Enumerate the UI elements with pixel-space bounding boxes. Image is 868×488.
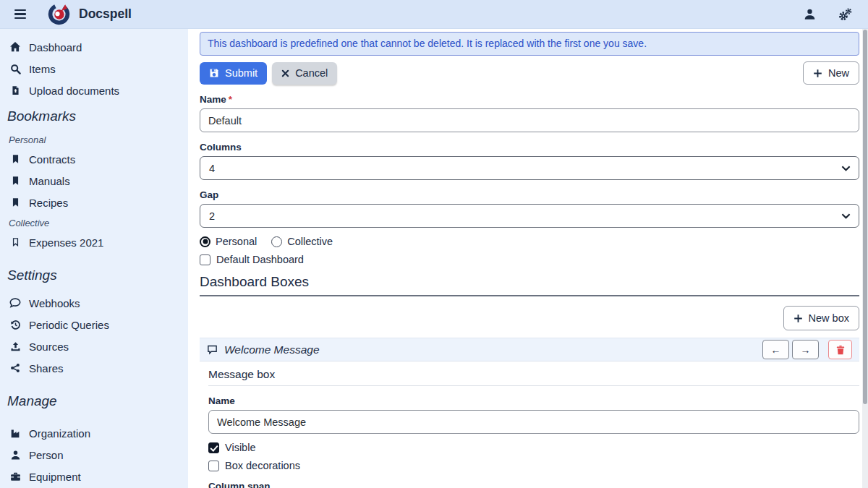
move-box-left-button[interactable]: ← (762, 340, 789, 359)
sidebar-item-webhooks[interactable]: Webhooks (0, 292, 188, 314)
trash-icon (836, 345, 845, 355)
home-icon (9, 41, 22, 53)
sidebar-item-label: Recipes (29, 197, 68, 209)
sidebar-item-upload-documents[interactable]: Upload documents (0, 80, 188, 101)
top-navbar: Docspell (0, 0, 868, 29)
box-name-input[interactable] (208, 410, 859, 434)
chevron-down-icon (841, 165, 851, 171)
box-body: Message box Name Visible Box decorations… (200, 368, 859, 488)
predefined-dashboard-alert: This dashboard is predefined one that ca… (200, 32, 859, 56)
delete-box-button[interactable] (828, 340, 852, 359)
scope-radio-group: Personal Collective (200, 236, 859, 247)
sidebar-item-person[interactable]: Person (0, 444, 188, 466)
gap-label: Gap (200, 189, 859, 200)
submit-button[interactable]: Submit (200, 62, 267, 85)
plus-icon (813, 69, 822, 78)
radio-icon (200, 236, 210, 247)
comment-icon (9, 297, 22, 309)
person-icon (9, 450, 22, 461)
visible-checkbox-row[interactable]: Visible (208, 442, 859, 453)
sidebar-item-label: Sources (29, 341, 69, 353)
cancel-button[interactable]: Cancel (272, 62, 337, 85)
new-dashboard-button[interactable]: New (803, 61, 859, 85)
bookmark-icon (9, 176, 22, 186)
box-title: Welcome Message (224, 343, 320, 356)
bookmarks-heading: Bookmarks (0, 101, 188, 130)
gap-select[interactable]: 2 (200, 204, 859, 228)
file-upload-icon (9, 85, 22, 95)
box-name-label: Name (208, 395, 859, 406)
sidebar: Dasbhoard Items Upload documents Bookmar… (0, 29, 188, 488)
chevron-down-icon (841, 213, 851, 219)
bookmarks-group-collective: Collective (0, 213, 188, 231)
upload-icon (9, 341, 22, 352)
move-box-right-button[interactable]: → (792, 340, 819, 359)
radio-collective[interactable]: Collective (271, 236, 333, 247)
vertical-scrollbar (862, 29, 868, 488)
box-header: Welcome Message ← → (200, 338, 859, 361)
checkbox-icon (200, 254, 210, 265)
menu-toggle-button[interactable] (12, 7, 29, 22)
sidebar-item-contracts[interactable]: Contracts (0, 148, 188, 170)
columns-label: Columns (200, 142, 859, 153)
default-dashboard-checkbox-row[interactable]: Default Dashboard (200, 254, 859, 265)
column-span-label: Column span (208, 481, 859, 488)
docspell-logo-icon (48, 3, 70, 25)
sidebar-item-label: Person (29, 449, 64, 461)
settings-cogs-icon[interactable] (836, 6, 854, 23)
main-content: This dashboard is predefined one that ca… (188, 29, 868, 488)
columns-select[interactable]: 4 (200, 156, 859, 180)
sidebar-item-recipes[interactable]: Recipes (0, 192, 188, 213)
sidebar-item-shares[interactable]: Shares (0, 357, 188, 379)
sidebar-item-equipment[interactable]: Equipment (0, 466, 188, 487)
sidebar-item-items[interactable]: Items (0, 58, 188, 80)
sidebar-item-label: Expenses 2021 (29, 236, 103, 249)
sidebar-item-periodic-queries[interactable]: Periodic Queries (0, 314, 188, 335)
checkbox-icon (208, 442, 219, 453)
message-box-icon (207, 344, 218, 355)
toolbox-icon (9, 471, 22, 482)
sidebar-item-label: Manuals (29, 175, 70, 187)
sidebar-item-label: Upload documents (29, 85, 119, 97)
manage-heading: Manage (0, 386, 188, 415)
name-label: Name* (200, 94, 859, 105)
arrow-right-icon: → (801, 344, 811, 356)
sidebar-item-label: Organization (29, 427, 90, 440)
sidebar-item-dashboard[interactable]: Dasbhoard (0, 36, 188, 58)
industry-icon (9, 428, 22, 439)
save-icon (209, 68, 219, 78)
sidebar-item-label: Contracts (29, 153, 75, 166)
radio-icon (271, 236, 282, 247)
share-icon (9, 363, 22, 373)
sidebar-item-label: Dasbhoard (29, 41, 82, 53)
new-box-button[interactable]: New box (783, 306, 859, 330)
settings-heading: Settings (0, 260, 188, 289)
sidebar-item-organization[interactable]: Organization (0, 422, 188, 444)
bookmark-icon (9, 197, 22, 207)
app-title: Docspell (79, 7, 132, 22)
sidebar-item-label: Equipment (29, 471, 81, 483)
history-icon (9, 320, 22, 330)
plus-icon (793, 314, 803, 323)
sidebar-item-expenses-2021[interactable]: Expenses 2021 (0, 231, 188, 253)
user-account-icon[interactable] (802, 7, 817, 22)
radio-personal[interactable]: Personal (200, 236, 257, 247)
dashboard-name-input[interactable] (200, 108, 859, 132)
box-type-label: Message box (208, 368, 859, 386)
dashboard-boxes-heading: Dashboard Boxes (200, 274, 859, 296)
scrollbar-thumb[interactable] (863, 30, 867, 404)
sidebar-item-sources[interactable]: Sources (0, 335, 188, 357)
dashboard-box-welcome-message: Welcome Message ← → Message box Name Vis… (200, 338, 859, 488)
box-decorations-checkbox-row[interactable]: Box decorations (208, 460, 859, 471)
sidebar-item-label: Periodic Queries (29, 319, 109, 331)
close-icon (281, 69, 289, 77)
bookmarks-group-personal: Personal (0, 130, 188, 148)
sidebar-item-manuals[interactable]: Manuals (0, 170, 188, 192)
sidebar-item-label: Items (29, 63, 56, 75)
required-asterisk: * (229, 94, 232, 105)
bookmark-outline-icon (9, 237, 22, 247)
search-icon (9, 64, 22, 74)
arrow-left-icon: ← (771, 344, 781, 356)
sidebar-item-label: Webhooks (29, 297, 80, 309)
bookmark-icon (9, 154, 22, 164)
